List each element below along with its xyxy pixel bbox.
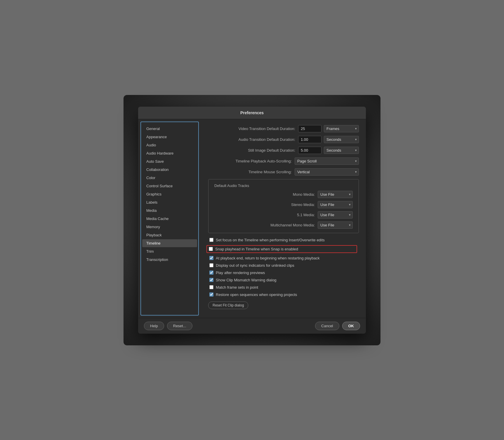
checkbox-label-match-frame-sets: Match frame sets in point <box>216 285 258 290</box>
sidebar-item-audio-hardware[interactable]: Audio Hardware <box>142 149 197 157</box>
sidebar-item-general[interactable]: General <box>142 125 197 133</box>
stereo-media-select-wrapper: Use FileMonoStereo <box>318 201 353 208</box>
audio-transition-unit-wrapper: FramesSeconds <box>324 136 359 143</box>
mono-media-label: Mono Media: <box>262 192 315 197</box>
checkbox-restore-open-sequences[interactable] <box>209 292 213 297</box>
sidebar-item-audio[interactable]: Audio <box>142 141 197 149</box>
sidebar-item-color[interactable]: Color <box>142 174 197 182</box>
timeline-mouse-select[interactable]: VerticalHorizontal <box>295 168 359 176</box>
video-transition-unit-wrapper: FramesSeconds <box>324 125 359 132</box>
still-image-row: Still Image Default Duration: FramesSeco… <box>208 147 359 154</box>
checkbox-set-focus[interactable] <box>209 238 213 242</box>
checkbox-at-playback-end[interactable] <box>209 256 213 260</box>
still-image-label: Still Image Default Duration: <box>231 148 295 153</box>
checkbox-row-play-after-rendering: Play after rendering previews <box>208 271 359 275</box>
checkbox-play-after-rendering[interactable] <box>209 271 213 275</box>
cancel-button[interactable]: Cancel <box>315 322 339 330</box>
checkbox-row-restore-open-sequences: Restore open sequences when opening proj… <box>208 292 359 297</box>
sidebar-item-media[interactable]: Media <box>142 207 197 214</box>
sidebar-item-media-cache[interactable]: Media Cache <box>142 215 197 223</box>
default-audio-tracks-section: Default Audio Tracks Mono Media: Use Fil… <box>208 179 359 233</box>
default-audio-tracks-title: Default Audio Tracks <box>214 183 353 188</box>
timeline-mouse-select-wrapper: VerticalHorizontal <box>295 168 359 176</box>
multichannel-select[interactable]: Use FileMonoStereo <box>318 221 353 229</box>
reset-fit-clip-button[interactable]: Reset Fit Clip dialog <box>208 302 248 309</box>
fiveone-media-label: 5.1 Media: <box>262 213 315 217</box>
audio-transition-input[interactable] <box>298 136 321 143</box>
checkbox-row-set-focus: Set focus on the Timeline when performin… <box>208 238 359 242</box>
reset-button[interactable]: Reset... <box>167 322 192 330</box>
stereo-media-select[interactable]: Use FileMonoStereo <box>318 201 353 208</box>
timeline-playback-select-wrapper: Page ScrollSmooth ScrollNo Scroll <box>295 157 359 165</box>
multichannel-row: Multichannel Mono Media: Use FileMonoSte… <box>214 221 353 229</box>
dialog-shadow: Preferences GeneralAppearanceAudioAudio … <box>124 95 380 345</box>
sidebar-item-playback[interactable]: Playback <box>142 231 197 239</box>
sidebar-item-labels[interactable]: Labels <box>142 198 197 206</box>
still-image-unit-select[interactable]: FramesSeconds <box>324 147 359 154</box>
help-button[interactable]: Help <box>144 322 164 330</box>
timeline-mouse-row: Timeline Mouse Scrolling: VerticalHorizo… <box>208 168 359 176</box>
checkbox-label-display-out-of-sync: Display out of sync indicators for unlin… <box>216 263 294 268</box>
mono-media-row: Mono Media: Use FileMonoStereo <box>214 191 353 198</box>
checkbox-label-play-after-rendering: Play after rendering previews <box>216 271 265 275</box>
timeline-playback-row: Timeline Playback Auto-Scrolling: Page S… <box>208 157 359 165</box>
sidebar-item-collaboration[interactable]: Collaboration <box>142 166 197 174</box>
sidebar: GeneralAppearanceAudioAudio HardwareAuto… <box>140 122 199 316</box>
sidebar-item-trim[interactable]: Trim <box>142 247 197 255</box>
checkbox-label-show-clip-mismatch: Show Clip Mismatch Warning dialog <box>216 278 277 282</box>
checkbox-label-snap-playhead: Snap playhead in Timeline when Snap is e… <box>215 247 298 251</box>
dialog-body: GeneralAppearanceAudioAudio HardwareAuto… <box>138 119 366 318</box>
sidebar-item-transcription[interactable]: Transcription <box>142 256 197 264</box>
checkbox-match-frame-sets[interactable] <box>209 285 213 289</box>
checkbox-row-display-out-of-sync: Display out of sync indicators for unlin… <box>208 263 359 268</box>
audio-transition-label: Audio Transition Default Duration: <box>231 137 295 142</box>
dialog-footer: Help Reset... Cancel OK <box>138 318 366 334</box>
checkbox-display-out-of-sync[interactable] <box>209 263 213 267</box>
sidebar-item-memory[interactable]: Memory <box>142 223 197 231</box>
dialog-titlebar: Preferences <box>138 107 366 119</box>
stereo-media-row: Stereo Media: Use FileMonoStereo <box>214 201 353 208</box>
fiveone-media-select[interactable]: Use FileMonoStereo <box>318 211 353 219</box>
checkbox-row-show-clip-mismatch: Show Clip Mismatch Warning dialog <box>208 278 359 282</box>
multichannel-label: Multichannel Mono Media: <box>262 223 315 227</box>
footer-left: Help Reset... <box>144 322 192 330</box>
main-content: Video Transition Default Duration: Frame… <box>201 119 366 318</box>
stereo-media-label: Stereo Media: <box>262 202 315 207</box>
checkbox-row-match-frame-sets: Match frame sets in point <box>208 285 359 290</box>
checkbox-row-snap-playhead: Snap playhead in Timeline when Snap is e… <box>206 245 357 253</box>
video-transition-label: Video Transition Default Duration: <box>231 127 295 131</box>
footer-right: Cancel OK <box>315 322 360 330</box>
sidebar-item-timeline[interactable]: Timeline <box>142 239 197 247</box>
sidebar-item-control-surface[interactable]: Control Surface <box>142 182 197 190</box>
checkbox-snap-playhead[interactable] <box>209 247 213 251</box>
checkbox-show-clip-mismatch[interactable] <box>209 278 213 282</box>
fiveone-media-select-wrapper: Use FileMonoStereo <box>318 211 353 219</box>
dialog-title: Preferences <box>240 110 264 115</box>
video-transition-input[interactable] <box>298 125 321 132</box>
preferences-dialog: Preferences GeneralAppearanceAudioAudio … <box>138 107 366 334</box>
checkbox-row-at-playback-end: At playback end, return to beginning whe… <box>208 256 359 260</box>
timeline-playback-select[interactable]: Page ScrollSmooth ScrollNo Scroll <box>295 157 359 165</box>
audio-transition-row: Audio Transition Default Duration: Frame… <box>208 136 359 143</box>
multichannel-select-wrapper: Use FileMonoStereo <box>318 221 353 229</box>
ok-button[interactable]: OK <box>342 322 360 330</box>
sidebar-item-auto-save[interactable]: Auto Save <box>142 157 197 165</box>
video-transition-row: Video Transition Default Duration: Frame… <box>208 125 359 132</box>
mono-media-select-wrapper: Use FileMonoStereo <box>318 191 353 198</box>
checkbox-label-at-playback-end: At playback end, return to beginning whe… <box>216 256 320 260</box>
sidebar-item-appearance[interactable]: Appearance <box>142 133 197 141</box>
still-image-input[interactable] <box>298 147 321 154</box>
timeline-mouse-label: Timeline Mouse Scrolling: <box>227 170 292 174</box>
checkbox-label-restore-open-sequences: Restore open sequences when opening proj… <box>216 292 297 297</box>
checkboxes-container: Set focus on the Timeline when performin… <box>208 238 359 297</box>
video-transition-unit-select[interactable]: FramesSeconds <box>324 125 359 132</box>
mono-media-select[interactable]: Use FileMonoStereo <box>318 191 353 198</box>
fiveone-media-row: 5.1 Media: Use FileMonoStereo <box>214 211 353 219</box>
audio-transition-unit-select[interactable]: FramesSeconds <box>324 136 359 143</box>
checkbox-label-set-focus: Set focus on the Timeline when performin… <box>216 238 325 242</box>
sidebar-item-graphics[interactable]: Graphics <box>142 190 197 198</box>
still-image-unit-wrapper: FramesSeconds <box>324 147 359 154</box>
timeline-playback-label: Timeline Playback Auto-Scrolling: <box>227 159 292 163</box>
